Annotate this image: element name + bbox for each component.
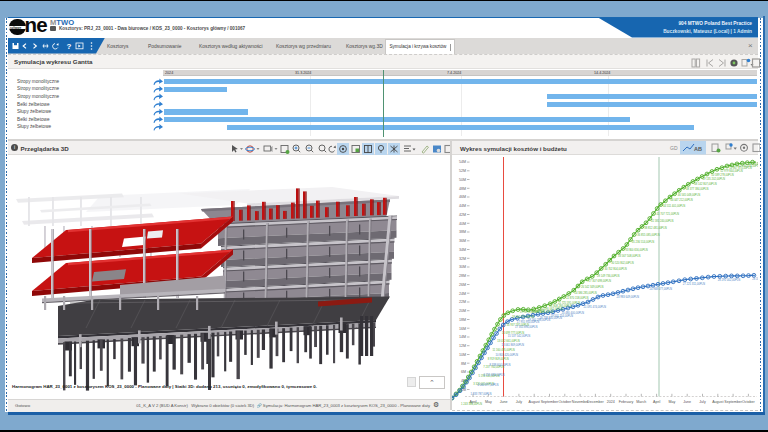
- svg-text:35 236 514,00PLN: 35 236 514,00PLN: [632, 240, 654, 244]
- svg-text:AB: AB: [694, 146, 702, 152]
- svg-text:42M: 42M: [459, 213, 466, 217]
- svg-text:22 870 158,00PLN: 22 870 158,00PLN: [566, 296, 588, 300]
- svg-text:34M: 34M: [459, 248, 466, 252]
- svg-text:28 291 002,00PLN: 28 291 002,00PLN: [718, 278, 740, 282]
- svg-text:36M: 36M: [459, 239, 466, 243]
- svg-text:GD: GD: [670, 145, 678, 151]
- svg-text:26 542 349,00PLN: 26 542 349,00PLN: [581, 285, 603, 289]
- svg-text:50 589 278,00PLN: 50 589 278,00PLN: [711, 173, 733, 177]
- svg-text:41 707 721,00PLN: 41 707 721,00PLN: [657, 212, 679, 216]
- svg-text:July: July: [516, 400, 523, 404]
- svg-text:August: August: [529, 400, 540, 404]
- svg-text:June: June: [500, 400, 508, 404]
- svg-text:12M: 12M: [459, 344, 466, 348]
- svg-text:24M: 24M: [459, 292, 466, 296]
- svg-text:11 160 495,00PLN: 11 160 495,00PLN: [493, 348, 515, 352]
- svg-text:May: May: [669, 400, 676, 404]
- svg-text:September: September: [724, 400, 742, 404]
- svg-text:30 702 804,00PLN: 30 702 804,00PLN: [604, 267, 626, 271]
- svg-text:40M: 40M: [459, 222, 466, 226]
- svg-text:1 243 386,00PLN: 1 243 386,00PLN: [461, 402, 482, 406]
- svg-text:28M: 28M: [459, 274, 466, 278]
- svg-text:50M: 50M: [459, 178, 466, 182]
- svg-text:48 377 384,00PLN: 48 377 384,00PLN: [686, 187, 708, 191]
- svg-text:30M: 30M: [459, 265, 466, 269]
- svg-text:20M: 20M: [459, 309, 466, 313]
- svg-text:6 255 683,00PLN: 6 255 683,00PLN: [484, 373, 505, 377]
- svg-text:13 061 869,00PLN: 13 061 869,00PLN: [502, 343, 524, 347]
- svg-text:22M: 22M: [459, 300, 466, 304]
- svg-text:30 520 802,00PLN: 30 520 802,00PLN: [611, 261, 633, 265]
- svg-text:49 135 202,00PLN: 49 135 202,00PLN: [703, 177, 725, 181]
- svg-text:21 091 474,00PLN: 21 091 474,00PLN: [584, 305, 606, 309]
- svg-text:33 567 508,00PLN: 33 567 508,00PLN: [618, 254, 640, 258]
- svg-text:28 149 736,00PLN: 28 149 736,00PLN: [597, 274, 619, 278]
- svg-text:October: October: [558, 400, 572, 404]
- svg-text:54M: 54M: [459, 160, 466, 164]
- svg-text:April: April: [653, 400, 660, 404]
- svg-text:27 225 311,00PLN: 27 225 311,00PLN: [683, 282, 705, 286]
- svg-text:October: October: [742, 400, 756, 404]
- svg-text:46 565 048,00PLN: 46 565 048,00PLN: [678, 193, 700, 197]
- svg-text:1 833 787,00PLN: 1 833 787,00PLN: [471, 392, 492, 396]
- svg-text:December: December: [587, 400, 604, 404]
- svg-text:10 803 420,00PLN: 10 803 420,00PLN: [496, 353, 518, 357]
- svg-text:September: September: [541, 400, 559, 404]
- svg-text:May: May: [485, 400, 492, 404]
- svg-text:14M: 14M: [459, 335, 466, 339]
- svg-text:February: February: [619, 400, 634, 404]
- svg-text:36 855 085,00PLN: 36 855 085,00PLN: [637, 233, 659, 237]
- svg-text:8 919 809,00PLN: 8 919 809,00PLN: [488, 357, 509, 361]
- svg-text:8 338 604,00PLN: 8 338 604,00PLN: [490, 363, 511, 367]
- svg-text:44 511 401,00PLN: 44 511 401,00PLN: [663, 204, 685, 208]
- svg-text:10M: 10M: [459, 353, 466, 357]
- svg-text:46M: 46M: [459, 195, 466, 199]
- svg-text:24 948 077,00PLN: 24 948 077,00PLN: [650, 287, 672, 291]
- svg-text:June: June: [683, 400, 691, 404]
- svg-text:38 812 481,00PLN: 38 812 481,00PLN: [644, 226, 666, 230]
- svg-text:48M: 48M: [459, 187, 466, 191]
- svg-text:27 307 698,00PLN: 27 307 698,00PLN: [589, 279, 611, 283]
- svg-text:13 012 661,00PLN: 13 012 661,00PLN: [497, 339, 519, 343]
- svg-text:17 355 896,00PLN: 17 355 896,00PLN: [515, 325, 537, 329]
- svg-text:28 189 137,00PLN: 28 189 137,00PLN: [752, 277, 758, 281]
- svg-text:16M: 16M: [459, 327, 466, 331]
- svg-text:41 581 240,00PLN: 41 581 240,00PLN: [651, 219, 673, 223]
- svg-text:2024: 2024: [607, 400, 615, 404]
- svg-text:21 725 591,00PLN: 21 725 591,00PLN: [558, 301, 580, 305]
- svg-text:August: August: [712, 400, 723, 404]
- svg-text:26M: 26M: [459, 283, 466, 287]
- svg-text:23 983 649,00PLN: 23 983 649,00PLN: [617, 295, 639, 299]
- svg-text:15 537 542,00PLN: 15 537 542,00PLN: [508, 334, 530, 338]
- svg-text:21 808 284,00PLN: 21 808 284,00PLN: [550, 304, 572, 308]
- svg-text:4 060 877,00PLN: 4 060 877,00PLN: [478, 383, 499, 387]
- svg-text:6M: 6M: [461, 370, 466, 374]
- svg-text:48 142 807,00PLN: 48 142 807,00PLN: [694, 182, 716, 186]
- svg-text:46 047 212,00PLN: 46 047 212,00PLN: [670, 198, 692, 202]
- svg-text:52M: 52M: [459, 169, 466, 173]
- svg-text:July: July: [699, 400, 706, 404]
- svg-text:33 800 656,00PLN: 33 800 656,00PLN: [625, 248, 647, 252]
- svg-text:March: March: [636, 400, 646, 404]
- svg-text:20 480 400,00PLN: 20 480 400,00PLN: [562, 311, 584, 315]
- svg-text:8M: 8M: [461, 362, 466, 366]
- svg-text:?: ?: [67, 42, 72, 51]
- svg-text:18M: 18M: [459, 318, 466, 322]
- svg-text:32M: 32M: [459, 257, 466, 261]
- svg-text:24 586 285,00PLN: 24 586 285,00PLN: [574, 291, 596, 295]
- svg-text:38M: 38M: [459, 230, 466, 234]
- svg-text:44M: 44M: [459, 204, 466, 208]
- svg-text:53 842 540,00PLN: 53 842 540,00PLN: [757, 162, 758, 166]
